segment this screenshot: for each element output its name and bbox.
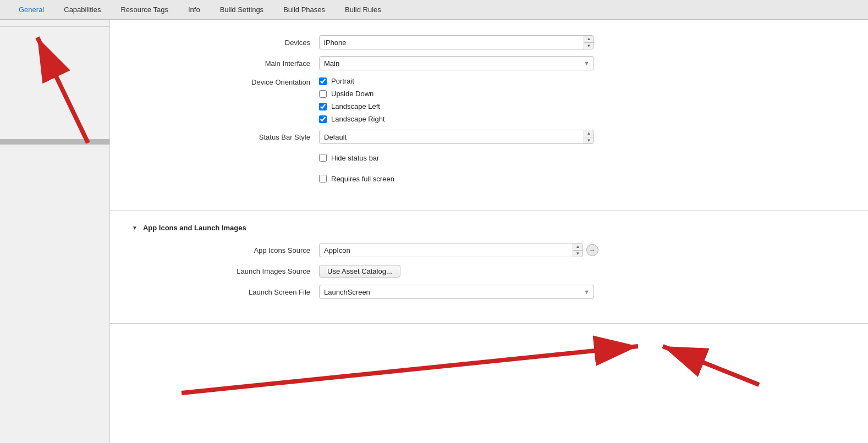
- app-icons-section-header: ▼ App Icons and Launch Images: [110, 219, 868, 239]
- orientation-portrait[interactable]: Portrait: [319, 77, 627, 85]
- tab-capabilities[interactable]: Capabilities: [54, 1, 111, 18]
- devices-arrows: ▲ ▼: [584, 36, 594, 49]
- app-icons-source-control: AppIcon ▲ ▼ →: [319, 243, 627, 257]
- landscape-right-checkbox[interactable]: [319, 115, 327, 123]
- triangle-icon: ▼: [132, 225, 138, 231]
- requires-full-screen-item[interactable]: Requires full screen: [319, 175, 627, 183]
- app-icons-navigate-button[interactable]: →: [586, 244, 598, 256]
- tab-general[interactable]: General: [9, 1, 54, 18]
- orientation-checkbox-group: Portrait Upside Down Landscape Left: [319, 77, 627, 123]
- launch-screen-select[interactable]: LaunchScreen: [319, 285, 594, 299]
- main-interface-control: Main ▼: [319, 56, 627, 70]
- device-orientation-label: Device Orientation: [110, 77, 319, 86]
- app-icons-up-arrow[interactable]: ▲: [573, 243, 583, 251]
- devices-label: Devices: [110, 38, 319, 47]
- tab-build-phases[interactable]: Build Phases: [273, 1, 335, 18]
- requires-full-screen-checkbox[interactable]: [319, 175, 327, 182]
- status-bar-stepper[interactable]: Default ▲ ▼: [319, 130, 594, 144]
- app-icons-section-label: App Icons and Launch Images: [143, 224, 246, 232]
- deployment-section: Devices iPhone ▲ ▼ Main Interface: [110, 31, 868, 201]
- status-bar-style-row: Status Bar Style Default ▲ ▼: [110, 130, 868, 144]
- tab-resource-tags[interactable]: Resource Tags: [111, 1, 178, 18]
- devices-control: iPhone ▲ ▼: [319, 35, 627, 49]
- upside-down-checkbox[interactable]: [319, 90, 327, 98]
- devices-row: Devices iPhone ▲ ▼: [110, 35, 868, 49]
- hide-status-bar-label: Hide status bar: [331, 154, 379, 162]
- landscape-right-label: Landscape Right: [331, 115, 385, 123]
- launch-screen-file-control: LaunchScreen ▼: [319, 285, 627, 299]
- hide-status-bar-checkbox[interactable]: [319, 154, 327, 162]
- sidebar-divider-1: [0, 26, 109, 27]
- status-bar-up-arrow[interactable]: ▲: [584, 130, 594, 137]
- devices-down-arrow[interactable]: ▼: [584, 43, 594, 49]
- main-interface-wrapper: Main ▼: [319, 56, 594, 70]
- launch-images-source-control: Use Asset Catalog...: [319, 265, 627, 278]
- app-icons-source-row: App Icons Source AppIcon ▲ ▼ →: [110, 243, 868, 257]
- status-bar-down-arrow[interactable]: ▼: [584, 137, 594, 144]
- portrait-label: Portrait: [331, 77, 354, 85]
- bottom-divider: [110, 323, 868, 324]
- tab-info[interactable]: Info: [178, 1, 210, 18]
- app-icons-value: AppIcon: [324, 246, 350, 254]
- content-area: Devices iPhone ▲ ▼ Main Interface: [110, 20, 868, 443]
- hide-status-bar-row: Hide status bar: [110, 151, 868, 165]
- tab-build-rules[interactable]: Build Rules: [335, 1, 391, 18]
- launch-screen-file-label: Launch Screen File: [110, 288, 319, 296]
- app-icons-source-label: App Icons Source: [110, 246, 319, 254]
- arrow-right-icon: →: [589, 246, 596, 254]
- orientation-upside-down[interactable]: Upside Down: [319, 90, 627, 98]
- main-container: Devices iPhone ▲ ▼ Main Interface: [0, 20, 868, 443]
- orientation-checkboxes: Portrait Upside Down Landscape Left: [319, 77, 627, 123]
- launch-images-source-row: Launch Images Source Use Asset Catalog..…: [110, 264, 868, 278]
- requires-full-screen-row: Requires full screen: [110, 171, 868, 186]
- section-divider: [110, 210, 868, 211]
- devices-up-arrow[interactable]: ▲: [584, 36, 594, 43]
- main-interface-label: Main Interface: [110, 59, 319, 68]
- devices-value: iPhone: [324, 38, 346, 47]
- launch-screen-file-row: Launch Screen File LaunchScreen ▼: [110, 285, 868, 299]
- requires-full-screen-label: Requires full screen: [331, 175, 394, 183]
- status-bar-style-label: Status Bar Style: [110, 133, 319, 141]
- requires-full-screen-control: Requires full screen: [319, 175, 627, 183]
- status-bar-arrows: ▲ ▼: [584, 130, 594, 143]
- launch-screen-wrapper: LaunchScreen ▼: [319, 285, 594, 299]
- tab-bar: General Capabilities Resource Tags Info …: [0, 0, 868, 20]
- app-icons-stepper[interactable]: AppIcon ▲ ▼: [319, 243, 583, 257]
- sidebar-divider-2: [0, 147, 109, 147]
- app-icons-arrows: ▲ ▼: [573, 243, 583, 257]
- status-bar-value: Default: [324, 133, 347, 141]
- tab-build-settings[interactable]: Build Settings: [210, 1, 274, 18]
- hide-status-bar-item[interactable]: Hide status bar: [319, 154, 627, 162]
- use-asset-catalog-button[interactable]: Use Asset Catalog...: [319, 265, 400, 278]
- hide-status-bar-control: Hide status bar: [319, 154, 627, 162]
- launch-images-source-label: Launch Images Source: [110, 267, 319, 275]
- app-icons-section: App Icons Source AppIcon ▲ ▼ →: [110, 239, 868, 314]
- orientation-landscape-left[interactable]: Landscape Left: [319, 102, 627, 110]
- devices-stepper[interactable]: iPhone ▲ ▼: [319, 35, 594, 49]
- portrait-checkbox[interactable]: [319, 77, 327, 85]
- status-bar-style-control: Default ▲ ▼: [319, 130, 627, 144]
- sidebar: [0, 20, 110, 443]
- app-icons-down-arrow[interactable]: ▼: [573, 251, 583, 257]
- orientation-landscape-right[interactable]: Landscape Right: [319, 115, 627, 123]
- landscape-left-checkbox[interactable]: [319, 103, 327, 110]
- app-icons-source-row-inner: AppIcon ▲ ▼ →: [319, 243, 627, 257]
- main-interface-select[interactable]: Main: [319, 56, 594, 70]
- device-orientation-row: Device Orientation Portrait Upside Down: [110, 77, 868, 123]
- upside-down-label: Upside Down: [331, 90, 373, 98]
- sidebar-selected-item[interactable]: [0, 139, 109, 145]
- main-interface-row: Main Interface Main ▼: [110, 56, 868, 70]
- landscape-left-label: Landscape Left: [331, 102, 380, 110]
